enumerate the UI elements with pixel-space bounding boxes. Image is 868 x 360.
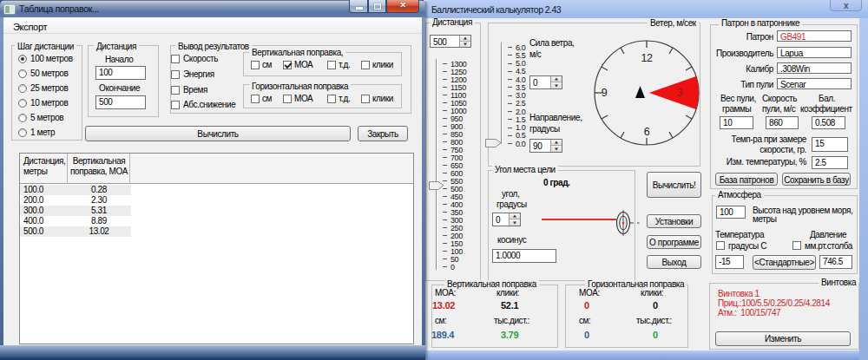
spin-down-icon[interactable]: [551, 82, 562, 88]
close-dialog-button[interactable]: Закрыть: [358, 126, 408, 141]
spin-up-icon[interactable]: [551, 76, 562, 82]
altitude-field[interactable]: 100: [716, 206, 746, 219]
mmhg-checkbox[interactable]: [792, 241, 801, 250]
wind-clock[interactable]: 12 6 9 3: [590, 36, 703, 149]
bullet-speed-label-1: Скорость: [762, 95, 797, 103]
table-row[interactable]: 300.0 5.31: [20, 206, 413, 216]
bullet-speed-field[interactable]: 860: [766, 116, 799, 129]
exit-button[interactable]: Выход: [647, 255, 701, 269]
cartridge-base-button[interactable]: База патронов: [715, 173, 778, 186]
checkbox-icon[interactable]: [361, 95, 370, 103]
caliber-field[interactable]: .308Win: [777, 62, 852, 74]
spin-down-icon[interactable]: [510, 219, 520, 226]
spin-down-icon[interactable]: [551, 146, 562, 152]
radio-icon[interactable]: [18, 128, 27, 137]
wind-force-spinner[interactable]: 0: [529, 75, 562, 89]
pressure-field[interactable]: 746.5: [819, 255, 852, 269]
thumb-shape[interactable]: [430, 182, 444, 190]
wind-tick: 4.5: [508, 68, 525, 75]
wind-slider-thumb[interactable]: [485, 139, 502, 147]
radio-label: 1 метр: [30, 128, 55, 137]
checkbox-icon[interactable]: [171, 70, 180, 79]
checkbox-icon[interactable]: [327, 61, 336, 69]
checkbox-label: Энергия: [183, 70, 214, 79]
tick-dash: [443, 110, 447, 111]
table-row[interactable]: 400.0 8.89: [20, 216, 413, 226]
button-label: Вычислить!: [648, 180, 700, 190]
calculate-button[interactable]: Вычислить!: [647, 172, 701, 198]
checkbox-icon[interactable]: [283, 61, 292, 69]
wind-slider-track[interactable]: [501, 43, 503, 144]
cosine-field[interactable]: 1.0000: [492, 249, 556, 263]
spinner-buttons[interactable]: [550, 140, 562, 152]
checkbox-icon[interactable]: [171, 55, 180, 63]
spin-down-icon[interactable]: [460, 42, 470, 48]
temp-at-measure-label-1: Темп-ра при замере: [732, 135, 806, 144]
checkbox-icon[interactable]: [171, 86, 180, 95]
checkbox-icon[interactable]: [251, 95, 260, 103]
bullet-weight-field[interactable]: 10: [720, 116, 753, 129]
radio-icon[interactable]: [18, 114, 27, 122]
minimize-button[interactable]: [349, 0, 368, 13]
table-row[interactable]: 200.0 2.30: [20, 195, 413, 206]
angle-spinner[interactable]: 0: [492, 213, 521, 226]
radio-icon[interactable]: [18, 69, 27, 78]
bullet-type-field[interactable]: Scenar: [777, 78, 852, 89]
button-label: Вычислить: [86, 129, 350, 139]
wind-direction-spinner[interactable]: 90: [529, 139, 562, 153]
spin-up-icon[interactable]: [551, 140, 562, 146]
menu-export[interactable]: Экспорт: [10, 21, 50, 33]
table-row[interactable]: 500.0 13.02: [20, 226, 413, 237]
start-field[interactable]: 100: [95, 66, 146, 80]
spinner-buttons[interactable]: [509, 213, 520, 226]
close-button[interactable]: x: [830, 0, 862, 11]
spin-up-icon[interactable]: [510, 213, 520, 219]
spinner-buttons[interactable]: [459, 36, 470, 47]
cell-distance: 100.0: [23, 185, 43, 195]
tick-dash: [443, 165, 447, 166]
checkbox-label: клики: [372, 95, 393, 103]
column-separator[interactable]: [129, 154, 130, 184]
table-row[interactable]: 100.0 0.28: [20, 185, 413, 195]
save-to-base-button[interactable]: Сохранить в базу: [782, 173, 851, 186]
settings-button[interactable]: Установки: [647, 214, 701, 228]
checkbox-icon[interactable]: [283, 95, 292, 103]
distance-spinner[interactable]: 500: [430, 35, 471, 48]
title-bar[interactable]: Таблица поправок... ✕: [0, 0, 425, 17]
about-button[interactable]: О программе: [647, 235, 701, 249]
radio-icon[interactable]: [18, 99, 27, 108]
cartridge-field[interactable]: GB491: [777, 30, 852, 42]
temperature-field[interactable]: -15: [715, 255, 744, 269]
tick-dash: [443, 134, 447, 134]
button-label: Изменить: [716, 334, 850, 344]
celsius-checkbox[interactable]: [716, 241, 725, 250]
temp-at-measure-field[interactable]: 15: [812, 137, 848, 152]
column-header-correction[interactable]: Вертикальная поправка, МОА: [69, 156, 129, 177]
checkbox-icon[interactable]: [327, 95, 336, 103]
bullet-weight-label-2: граммы: [722, 105, 751, 114]
calculate-button[interactable]: Вычислить: [85, 126, 351, 141]
checkbox-icon[interactable]: [251, 61, 260, 69]
thumb-shape[interactable]: [486, 140, 502, 147]
title-bar[interactable]: Баллистический калькулятор 2.43 x: [424, 0, 868, 18]
window-border-bottom: [0, 345, 425, 360]
end-field[interactable]: 500: [95, 95, 146, 109]
wind-tick: 5.5: [508, 51, 525, 59]
wind-tick: 5.0: [508, 60, 525, 68]
radio-icon[interactable]: [18, 84, 27, 93]
radio-label: 10 метров: [30, 99, 68, 108]
column-header-distance[interactable]: Дистанция, метры: [23, 156, 67, 177]
maximize-button[interactable]: [368, 0, 386, 13]
checkbox-icon[interactable]: [171, 101, 180, 109]
bc-field[interactable]: 0.508: [812, 116, 845, 129]
standard-button[interactable]: <Стандартные>: [753, 255, 816, 270]
distance-slider-track[interactable]: [436, 59, 437, 270]
spinner-buttons[interactable]: [550, 76, 562, 88]
change-rifle-button[interactable]: Изменить: [715, 331, 851, 346]
column-separator[interactable]: [67, 154, 68, 184]
temp-change-field[interactable]: 2.5: [812, 156, 848, 169]
checkbox-icon[interactable]: [361, 61, 370, 69]
manufacturer-field[interactable]: Lapua: [777, 47, 852, 58]
radio-icon[interactable]: [18, 55, 27, 63]
close-button[interactable]: ✕: [386, 0, 419, 13]
